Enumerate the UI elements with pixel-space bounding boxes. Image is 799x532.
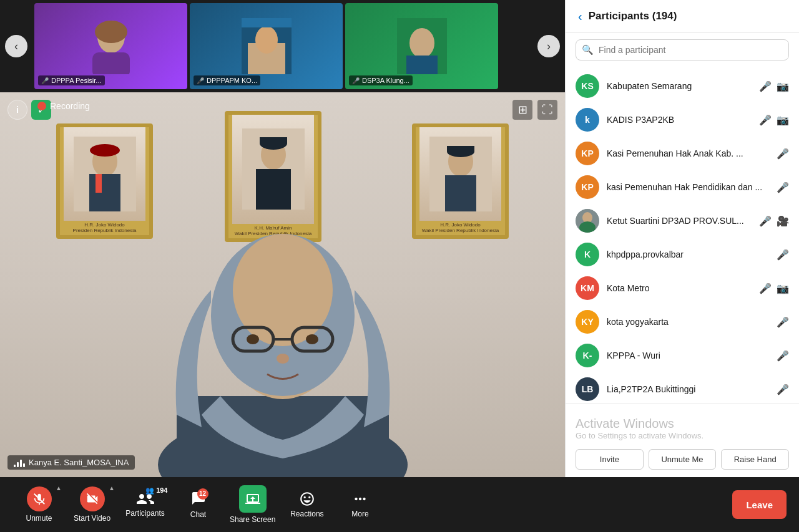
thumb-3-mic-icon: 🎤 <box>352 77 360 84</box>
thumb-next-button[interactable]: › <box>537 35 560 57</box>
svg-rect-12 <box>89 174 120 211</box>
chat-button[interactable]: 12 Chat <box>172 477 225 532</box>
more-label: More <box>351 510 368 518</box>
start-video-button[interactable]: Start Video ▲ <box>66 477 119 532</box>
svg-rect-22 <box>445 175 476 211</box>
participant-name: KADIS P3AP2KB <box>607 115 752 125</box>
main-video-feed: H.R. Joko WidodoPresiden Republik Indone… <box>0 92 565 477</box>
cam-muted-icon: 📷 <box>777 283 789 294</box>
participant-icons: 🎤 <box>777 249 789 261</box>
participants-label: Participants <box>125 509 165 518</box>
participant-name: kota yogyakarta <box>607 317 769 327</box>
chat-icon-wrap: 12 <box>191 491 206 508</box>
svg-rect-13 <box>96 174 102 193</box>
participants-icon-wrap: 👥 194 <box>137 491 154 505</box>
recording-badge: Recording <box>37 101 90 111</box>
participant-icons: 🎤 <box>777 181 789 193</box>
panel-header: ‹ Participants (194) <box>566 0 799 33</box>
participant-icons: 🎤 📷 <box>759 283 789 294</box>
panel-collapse-icon[interactable]: ‹ <box>578 10 582 22</box>
list-item[interactable]: k KADIS P3AP2KB 🎤 📷 <box>566 103 799 137</box>
thumbnail-1[interactable]: 🎤 DPPPA Pesisir... <box>34 3 187 89</box>
unmute-button[interactable]: Unmute ▲ <box>12 477 66 532</box>
participants-panel: ‹ Participants (194) 🔍 KS Kabupaten Sema… <box>565 0 799 477</box>
list-item[interactable]: KY kota yogyakarta 🎤 <box>566 305 799 339</box>
list-item[interactable]: KP Kasi Pemenuhan Hak Anak Kab. ... 🎤 <box>566 137 799 170</box>
svg-rect-6 <box>242 18 292 27</box>
panel-title: Participants (194) <box>589 10 677 22</box>
unmute-chevron: ▲ <box>56 485 62 491</box>
panel-action-buttons: Invite Unmute Me Raise Hand <box>576 449 789 470</box>
more-icon <box>352 491 368 507</box>
participant-icons: 🎤 <box>777 148 789 160</box>
thumbnail-bar: ‹ 🎤 DPPPA Pesisir... <box>0 0 565 92</box>
participant-name: Lia,P2TP2A Bukittinggi <box>607 384 769 394</box>
svg-point-34 <box>247 334 259 344</box>
cam-muted-icon: 📷 <box>777 80 789 92</box>
reactions-icon <box>299 491 315 507</box>
reactions-button[interactable]: Reactions <box>280 477 333 532</box>
grid-view-button[interactable]: ⊞ <box>512 100 532 120</box>
svg-point-14 <box>90 144 120 157</box>
unmute-icon-bg <box>27 486 52 511</box>
speaker-label: Kanya E. Santi_MOSA_INA <box>7 455 135 470</box>
avatar: K <box>576 243 599 266</box>
mic-muted-icon: 🎤 <box>759 114 772 126</box>
svg-rect-9 <box>406 56 438 74</box>
participant-icons: 🎤 <box>777 316 789 328</box>
list-item[interactable]: K- KPPPA - Wuri 🎤 <box>566 339 799 372</box>
avatar <box>576 209 599 233</box>
raise-hand-button[interactable]: Raise Hand <box>721 449 789 470</box>
thumb-1-mic-icon: 🎤 <box>41 77 49 84</box>
list-item[interactable]: KS Kabupaten Semarang 🎤 📷 <box>566 69 799 103</box>
mic-muted-icon: 🎤 <box>777 316 789 328</box>
activate-windows-title: Activate Windows <box>576 417 789 431</box>
activate-windows-notice: Activate Windows Go to Settings to activ… <box>576 412 789 443</box>
participant-search-input[interactable] <box>576 39 789 60</box>
share-screen-icon <box>245 491 260 506</box>
share-screen-label: Share Screen <box>230 515 275 524</box>
mic-muted-icon: 🎤 <box>759 283 772 294</box>
search-box: 🔍 <box>576 39 789 60</box>
speaker-name: Kanya E. Santi_MOSA_INA <box>29 458 129 467</box>
participant-icons: 🎤 <box>777 384 789 395</box>
toolbar: Unmute ▲ Start Video ▲ 👥 194 Participant… <box>0 477 799 532</box>
avatar: k <box>576 108 599 132</box>
avatar: KP <box>576 142 599 165</box>
cam-on-icon: 🎥 <box>777 215 789 227</box>
svg-point-8 <box>409 28 434 58</box>
speaker-video <box>127 178 439 477</box>
mic-muted-icon: 🎤 <box>777 249 789 261</box>
list-item[interactable]: KP kasi Pemenuhan Hak Pendidikan dan ...… <box>566 170 799 204</box>
mic-muted-icon: 🎤 <box>759 215 772 227</box>
fullscreen-button[interactable]: ⛶ <box>537 100 557 120</box>
list-item[interactable]: LB Lia,P2TP2A Bukittinggi 🎤 <box>566 372 799 404</box>
info-button[interactable]: i <box>7 100 27 120</box>
svg-point-5 <box>255 26 278 54</box>
video-chevron: ▲ <box>109 485 115 491</box>
svg-rect-33 <box>273 338 292 341</box>
video-scene: H.R. Joko WidodoPresiden Republik Indone… <box>0 92 565 477</box>
thumb-prev-button[interactable]: ‹ <box>5 35 27 57</box>
thumbnail-2[interactable]: 🎤 DPPPAPM KO... <box>190 3 343 89</box>
audio-bars <box>14 458 25 467</box>
list-item[interactable]: KM Kota Metro 🎤 📷 <box>566 271 799 305</box>
share-screen-button[interactable]: Share Screen <box>225 477 280 532</box>
video-area: ‹ 🎤 DPPPA Pesisir... <box>0 0 565 477</box>
unmute-me-button[interactable]: Unmute Me <box>649 449 717 470</box>
view-controls: ⊞ ⛶ <box>512 100 557 120</box>
list-item[interactable]: K khpdppa.provkalbar 🎤 <box>566 238 799 271</box>
participant-icons: 🎤 <box>777 350 789 362</box>
thumbnail-3[interactable]: 🎤 DSP3A Klung... <box>345 3 498 89</box>
invite-button[interactable]: Invite <box>576 449 644 470</box>
camera-off-icon <box>86 492 99 506</box>
svg-rect-24 <box>447 146 474 152</box>
cam-muted-icon: 📷 <box>777 114 789 126</box>
mic-muted-icon <box>32 492 46 506</box>
search-icon: 🔍 <box>582 44 594 56</box>
participants-button[interactable]: 👥 194 Participants <box>119 477 172 532</box>
participant-icons: 🎤 🎥 <box>759 215 789 227</box>
list-item[interactable]: Ketut Suartini DP3AD PROV.SUL... 🎤 🎥 <box>566 204 799 238</box>
leave-button[interactable]: Leave <box>732 490 787 519</box>
more-button[interactable]: More <box>333 477 386 532</box>
